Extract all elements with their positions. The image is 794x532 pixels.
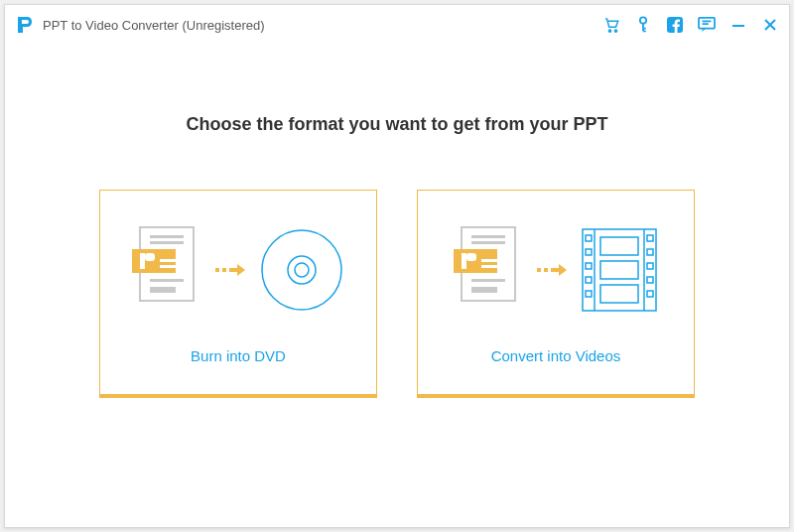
svg-rect-48: [647, 291, 653, 297]
svg-rect-30: [471, 287, 497, 293]
svg-rect-40: [586, 249, 592, 255]
feedback-icon[interactable]: [698, 16, 716, 34]
svg-point-1: [614, 30, 616, 32]
svg-rect-46: [647, 263, 653, 269]
svg-rect-36: [600, 237, 638, 255]
arrow-right-icon: [537, 263, 567, 277]
svg-rect-14: [150, 279, 184, 282]
facebook-icon[interactable]: [666, 16, 684, 34]
video-graphic: [418, 210, 694, 330]
option-cards: Burn into DVD: [99, 190, 695, 398]
dvd-disc-icon: [259, 227, 344, 313]
svg-rect-26: [466, 253, 476, 261]
svg-rect-44: [647, 235, 653, 241]
option-burn-dvd[interactable]: Burn into DVD: [99, 190, 377, 398]
option-dvd-label: Burn into DVD: [191, 347, 286, 364]
option-video-label: Convert into Videos: [491, 347, 621, 364]
svg-rect-4: [699, 18, 715, 29]
app-logo-icon: [15, 15, 35, 35]
svg-point-0: [608, 30, 610, 32]
svg-rect-45: [647, 249, 653, 255]
svg-rect-37: [600, 261, 638, 279]
arrow-right-icon: [215, 263, 245, 277]
svg-point-18: [262, 230, 341, 310]
ppt-document-icon: [132, 225, 201, 315]
main-content: Choose the format you want to get from y…: [5, 45, 789, 527]
svg-rect-7: [150, 235, 184, 238]
svg-rect-8: [150, 241, 184, 244]
svg-rect-42: [586, 277, 592, 283]
app-window: PPT to Video Converter (Unregistered): [4, 4, 790, 528]
svg-rect-43: [586, 291, 592, 297]
svg-rect-32: [544, 268, 548, 272]
dvd-graphic: [100, 210, 376, 330]
svg-rect-39: [586, 235, 592, 241]
svg-rect-25: [462, 253, 466, 269]
svg-rect-23: [471, 241, 505, 244]
svg-rect-5: [732, 25, 744, 27]
film-strip-icon: [581, 227, 658, 313]
svg-rect-12: [160, 259, 184, 262]
svg-point-19: [288, 256, 316, 284]
svg-point-20: [295, 263, 309, 277]
svg-rect-28: [481, 265, 505, 268]
svg-rect-11: [145, 253, 155, 261]
ppt-document-icon: [454, 225, 523, 315]
svg-rect-31: [537, 268, 541, 272]
svg-rect-22: [471, 235, 505, 238]
titlebar-actions: [602, 16, 779, 34]
svg-rect-10: [140, 253, 145, 269]
svg-rect-27: [481, 259, 505, 262]
window-title: PPT to Video Converter (Unregistered): [43, 18, 265, 33]
svg-rect-15: [150, 287, 176, 293]
cart-icon[interactable]: [602, 16, 620, 34]
svg-rect-17: [222, 268, 226, 272]
close-button[interactable]: [761, 16, 779, 34]
svg-rect-13: [160, 265, 184, 268]
svg-rect-47: [647, 277, 653, 283]
titlebar: PPT to Video Converter (Unregistered): [5, 5, 789, 45]
minimize-button[interactable]: [729, 16, 747, 34]
option-convert-video[interactable]: Convert into Videos: [417, 190, 695, 398]
svg-point-2: [640, 17, 646, 23]
svg-rect-33: [583, 229, 656, 311]
svg-rect-41: [586, 263, 592, 269]
key-icon[interactable]: [634, 16, 652, 34]
svg-rect-29: [471, 279, 505, 282]
svg-rect-38: [600, 285, 638, 303]
page-heading: Choose the format you want to get from y…: [186, 114, 607, 135]
svg-rect-16: [215, 268, 219, 272]
